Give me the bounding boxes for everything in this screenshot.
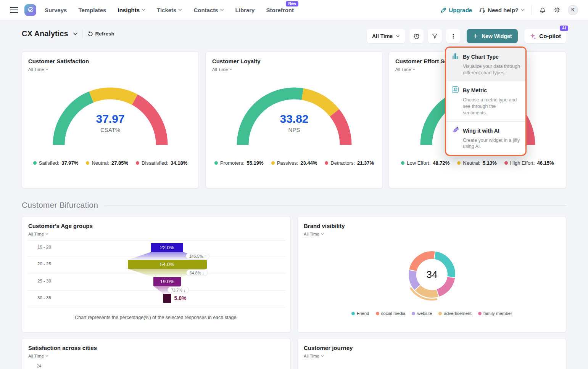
funnel-bar-value: 5.0% xyxy=(174,295,187,301)
card-time-filter[interactable]: All Time xyxy=(395,67,416,72)
rocket-icon xyxy=(440,7,446,13)
gauge-svg: 37.97CSAT% xyxy=(45,83,175,149)
section-title: Customer Bifurcation xyxy=(22,201,98,210)
card-title: Brand visibility xyxy=(304,223,345,229)
upgrade-button[interactable]: Upgrade xyxy=(440,7,472,13)
gauge-segment-detractors xyxy=(335,113,346,145)
avatar[interactable]: K xyxy=(568,5,578,15)
time-filter-dropdown[interactable]: All Time xyxy=(367,29,405,43)
alarm-clock-icon xyxy=(413,33,420,40)
legend-label: website xyxy=(417,311,432,316)
gauge-center-label: CSAT% xyxy=(100,127,120,133)
kebab-menu-icon xyxy=(450,33,457,40)
chevron-down-icon xyxy=(45,355,48,357)
legend-item-friend[interactable]: Friend xyxy=(351,311,369,316)
card-time-filter[interactable]: All Time xyxy=(212,67,232,72)
funnel-bar-25-30: 19.0% xyxy=(153,277,181,286)
nav-item-templates[interactable]: Templates xyxy=(78,7,106,13)
gauge-svg: 33.82NPS xyxy=(229,83,359,149)
legend-value: 48.72% xyxy=(433,160,449,166)
legend-label: family member xyxy=(483,311,512,316)
legend-label: social media xyxy=(381,311,406,316)
topbar-right: Upgrade Need help? K xyxy=(440,5,578,15)
menu-item-by-chart-type[interactable]: By Chart TypeVisualize your data through… xyxy=(446,48,525,81)
chevron-down-icon xyxy=(521,8,525,11)
app-logo[interactable] xyxy=(24,4,36,16)
card-title: Satisfaction across cities xyxy=(28,345,97,351)
notifications-button[interactable] xyxy=(539,6,546,14)
card-time-filter[interactable]: All Time xyxy=(28,232,48,236)
legend-item-website[interactable]: website xyxy=(412,311,432,316)
legend-item-neutral: Neutral: 27.85% xyxy=(86,160,128,166)
legend-dot xyxy=(457,161,461,165)
legend-value: 23.44% xyxy=(300,160,317,166)
chart-legend: Friendsocial mediawebsiteadvertisementfa… xyxy=(298,311,566,316)
card-time-filter[interactable]: All Time xyxy=(28,354,48,358)
need-help-button[interactable]: Need help? xyxy=(479,7,525,13)
chart-caption: Chart represents the percentage(%) of th… xyxy=(22,315,290,320)
gauge-segment-satisfied xyxy=(59,97,91,145)
gauge-segment-neutral xyxy=(91,93,135,99)
donut-svg: 34 xyxy=(398,243,466,312)
arrow-down-icon: ↓ xyxy=(184,288,185,292)
donut-segment-advertisement xyxy=(417,288,437,294)
funnel-transition-badge: 64.8%↓ xyxy=(186,270,208,276)
hash-icon xyxy=(451,86,462,95)
card-csat: Customer SatisfactionAll Time37.97CSAT%S… xyxy=(22,51,199,188)
nav-item-surveys[interactable]: Surveys xyxy=(45,7,67,13)
legend-item-social-media[interactable]: social media xyxy=(376,311,406,316)
legend-dot xyxy=(504,161,508,165)
legend-value: 21.37% xyxy=(357,160,374,166)
headset-icon xyxy=(479,7,485,13)
nav-item-insights[interactable]: Insights xyxy=(118,7,145,13)
funnel-transition-badge: 145.5%↑ xyxy=(186,253,209,259)
chevron-down-icon xyxy=(412,68,416,71)
legend-item-promoters: Promoters: 55.19% xyxy=(214,160,264,166)
upgrade-label: Upgrade xyxy=(449,7,472,13)
legend-item-family-member[interactable]: family member xyxy=(478,311,512,316)
transition-value: 73.7% xyxy=(171,288,182,292)
copilot-label: Co-pilot xyxy=(539,33,561,39)
funnel-bar-30-35 xyxy=(163,294,171,303)
nav-item-tickets[interactable]: Tickets xyxy=(157,7,182,13)
dashboard-switcher-chevron-icon[interactable] xyxy=(73,32,78,36)
menu-item-description: Choose a metric type and see through the… xyxy=(463,97,520,116)
menu-item-by-metric[interactable]: By MetricChoose a metric type and see th… xyxy=(446,81,525,121)
chevron-down-icon xyxy=(45,233,48,235)
funnel-bar-20-25: 54.0% xyxy=(128,260,207,269)
new-widget-menu: By Chart TypeVisualize your data through… xyxy=(445,47,527,156)
page-title: CX Analytics xyxy=(22,29,68,38)
more-options-button[interactable] xyxy=(446,29,460,43)
legend-item-high-effort: High Effort: 46.15% xyxy=(504,160,554,166)
nav-item-contacts[interactable]: Contacts xyxy=(193,7,224,13)
legend-item-dissatisfied: Dissatisfied: 34.18% xyxy=(136,160,187,166)
refresh-icon xyxy=(87,31,93,37)
nav-item-storefront[interactable]: StorefrontNew xyxy=(266,7,294,13)
chevron-down-icon xyxy=(321,233,324,235)
card-title: Customer's Age groups xyxy=(28,223,93,229)
nav-item-label: Contacts xyxy=(193,7,218,13)
card-title: Customer Loyalty xyxy=(212,58,261,64)
nav-item-label: Storefront xyxy=(266,7,294,13)
menu-item-wing-it-with-ai[interactable]: Wing it with AICreate your widget in a j… xyxy=(446,121,525,155)
filter-button[interactable] xyxy=(428,29,442,43)
header-divider xyxy=(82,30,83,38)
nav-item-label: Templates xyxy=(78,7,106,13)
schedule-report-button[interactable] xyxy=(409,29,424,43)
card-time-filter[interactable]: All Time xyxy=(304,354,324,358)
copilot-button[interactable]: Co-pilot AI xyxy=(524,29,566,43)
legend-label: Low Effort: xyxy=(407,160,430,166)
card-time-filter[interactable]: All Time xyxy=(28,67,48,72)
settings-button[interactable] xyxy=(553,6,561,14)
legend-label: Neutral: xyxy=(92,160,109,166)
legend-label: Passives: xyxy=(277,160,298,166)
card-time-filter-value: All Time xyxy=(28,232,44,236)
refresh-button[interactable]: Refresh xyxy=(87,31,114,37)
legend-item-advertisement[interactable]: advertisement xyxy=(438,311,471,316)
nav-item-label: Library xyxy=(235,7,255,13)
new-widget-button[interactable]: New Widget xyxy=(467,29,518,43)
hamburger-menu-icon[interactable] xyxy=(10,7,18,13)
card-time-filter[interactable]: All Time xyxy=(304,232,324,236)
gauge-center-value: 33.82 xyxy=(280,112,308,125)
nav-item-library[interactable]: Library xyxy=(235,7,255,13)
